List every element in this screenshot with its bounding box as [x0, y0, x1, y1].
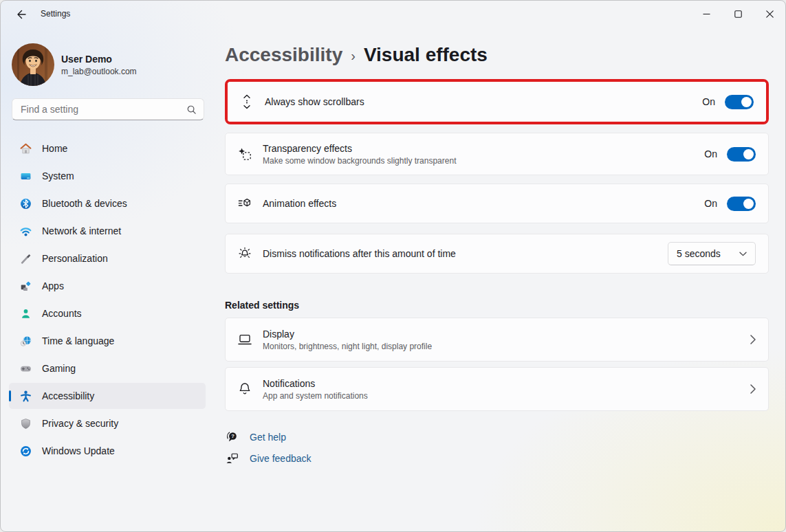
toggle-state-label: On: [702, 96, 715, 107]
sidebar-item-label: Gaming: [42, 363, 76, 374]
related-notifications-card[interactable]: Notifications App and system notificatio…: [225, 367, 769, 411]
sidebar-item-label: Network & internet: [42, 225, 121, 236]
always-show-scrollbars-toggle[interactable]: [725, 95, 754, 109]
sidebar-item-label: Apps: [42, 280, 64, 291]
back-arrow-icon: [16, 9, 27, 20]
animation-effects-toggle[interactable]: [727, 197, 756, 211]
dismiss-time-dropdown[interactable]: 5 seconds: [668, 242, 756, 265]
breadcrumb-parent[interactable]: Accessibility: [225, 43, 342, 67]
app-title: Settings: [41, 9, 70, 19]
chevron-down-icon: [739, 252, 747, 256]
setting-description: Make some window backgrounds slightly tr…: [263, 156, 704, 166]
get-help-icon: ?: [225, 430, 239, 443]
give-feedback-link[interactable]: Give feedback: [250, 453, 312, 464]
related-item-description: App and system notifications: [263, 391, 750, 401]
apps-icon: [19, 280, 32, 292]
scrollbar-icon: [239, 94, 255, 109]
sidebar-item-accessibility[interactable]: Accessibility: [9, 383, 206, 409]
setting-always-show-scrollbars: Always show scrollbars On: [228, 82, 766, 122]
shield-icon: [19, 417, 32, 430]
maximize-icon: [734, 10, 742, 18]
transparency-icon: [237, 147, 253, 161]
sidebar-item-label: Accessibility: [42, 390, 94, 401]
close-button[interactable]: [754, 1, 785, 27]
sidebar-item-windows-update[interactable]: Windows Update: [9, 438, 206, 464]
highlight-annotation: Always show scrollbars On: [225, 79, 769, 124]
toggle-state-label: On: [704, 198, 717, 209]
notifications-icon: [237, 381, 253, 397]
related-item-label: Notifications: [263, 378, 750, 389]
bluetooth-icon: [19, 197, 32, 210]
user-name: User Demo: [61, 54, 137, 65]
breadcrumb: Accessibility › Visual effects: [225, 42, 769, 68]
related-display-card[interactable]: Display Monitors, brightness, night ligh…: [225, 318, 769, 362]
setting-dismiss-notifications: Dismiss notifications after this amount …: [225, 234, 769, 274]
sidebar: User Demo m_lab@outlook.com Home System: [1, 28, 214, 531]
search-box[interactable]: [12, 98, 204, 120]
svg-text:?: ?: [231, 433, 234, 439]
get-help-row: ? Get help: [225, 430, 769, 443]
main-content: Accessibility › Visual effects Always sh…: [225, 28, 769, 531]
sidebar-nav: Home System Bluetooth & devices Network …: [9, 135, 206, 465]
back-button[interactable]: [9, 5, 34, 24]
sidebar-item-system[interactable]: System: [9, 163, 206, 189]
setting-label: Transparency effects: [263, 143, 704, 154]
sidebar-item-label: Time & language: [42, 335, 114, 346]
globe-clock-icon: [19, 335, 32, 347]
minimize-icon: [703, 10, 710, 18]
home-icon: [19, 142, 32, 155]
window-controls: [690, 1, 785, 27]
maximize-button[interactable]: [722, 1, 754, 27]
sidebar-item-label: Windows Update: [42, 445, 115, 456]
sidebar-item-apps[interactable]: Apps: [9, 273, 206, 299]
sidebar-item-home[interactable]: Home: [9, 135, 206, 162]
accounts-icon: [19, 307, 32, 320]
display-icon: [237, 333, 253, 346]
titlebar: Settings: [1, 1, 785, 28]
setting-label: Animation effects: [263, 198, 704, 209]
sidebar-item-network[interactable]: Network & internet: [9, 218, 206, 244]
transparency-effects-toggle[interactable]: [727, 147, 756, 162]
related-settings-header: Related settings: [225, 300, 769, 311]
chevron-right-icon: [750, 384, 756, 394]
avatar: [12, 43, 54, 86]
sidebar-item-accounts[interactable]: Accounts: [9, 300, 206, 326]
page-title: Visual effects: [364, 43, 488, 67]
related-item-description: Monitors, brightness, night light, displ…: [263, 342, 750, 351]
paintbrush-icon: [19, 252, 32, 265]
sidebar-item-label: Bluetooth & devices: [42, 198, 127, 209]
system-icon: [19, 170, 32, 182]
settings-window: Settings: [0, 0, 786, 532]
user-profile[interactable]: User Demo m_lab@outlook.com: [12, 43, 137, 86]
sidebar-item-label: Accounts: [42, 308, 82, 319]
give-feedback-row: Give feedback: [225, 452, 769, 465]
sidebar-item-label: System: [42, 170, 74, 181]
sidebar-item-privacy[interactable]: Privacy & security: [9, 410, 206, 436]
close-icon: [766, 10, 774, 18]
setting-label: Always show scrollbars: [265, 96, 702, 107]
sidebar-item-label: Home: [42, 143, 67, 154]
sidebar-item-personalization[interactable]: Personalization: [9, 245, 206, 271]
chevron-right-icon: [750, 335, 756, 344]
sidebar-item-bluetooth[interactable]: Bluetooth & devices: [9, 190, 206, 217]
setting-transparency-effects: Transparency effects Make some window ba…: [225, 133, 769, 175]
related-item-label: Display: [263, 329, 750, 340]
footer-links: ? Get help Give feedback: [225, 430, 769, 465]
minimize-button[interactable]: [690, 1, 722, 27]
give-feedback-icon: [225, 452, 239, 465]
sidebar-item-gaming[interactable]: Gaming: [9, 355, 206, 381]
search-input[interactable]: [21, 104, 186, 115]
search-icon: [186, 104, 197, 115]
accessibility-icon: [19, 390, 32, 402]
get-help-link[interactable]: Get help: [250, 432, 286, 443]
sidebar-item-time-language[interactable]: Time & language: [9, 328, 206, 354]
user-email: m_lab@outlook.com: [61, 67, 137, 76]
dropdown-selected-value: 5 seconds: [677, 248, 739, 259]
wifi-icon: [19, 225, 32, 237]
notification-timeout-icon: [237, 246, 253, 261]
sidebar-item-label: Personalization: [42, 253, 108, 264]
breadcrumb-separator: ›: [351, 42, 356, 68]
sidebar-item-label: Privacy & security: [42, 418, 118, 429]
update-icon: [19, 445, 32, 457]
animation-icon: [237, 198, 253, 209]
